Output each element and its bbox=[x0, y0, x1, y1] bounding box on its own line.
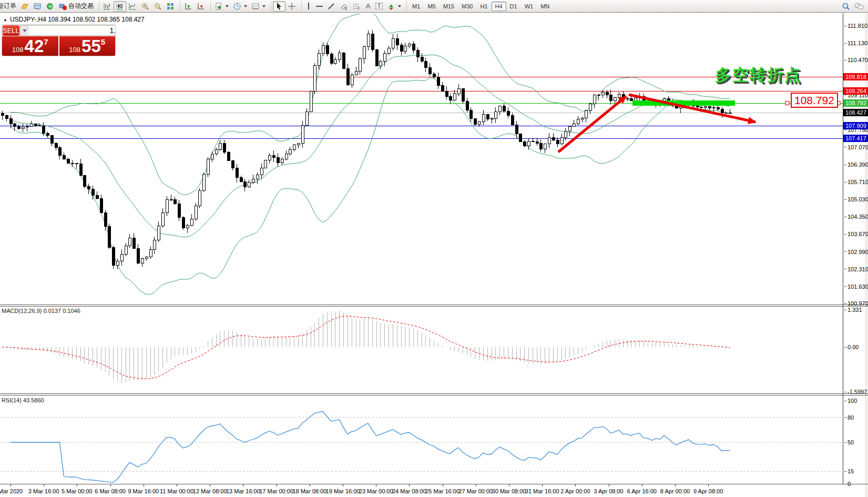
bar-chart-button[interactable] bbox=[101, 1, 114, 12]
candlestick-chart-icon bbox=[116, 2, 124, 11]
time-axis-tick bbox=[110, 484, 111, 486]
timeframe-button-M5[interactable]: M5 bbox=[424, 2, 439, 11]
periods-button[interactable] bbox=[231, 1, 249, 12]
text-button[interactable]: A bbox=[363, 1, 373, 12]
signals-button[interactable] bbox=[44, 1, 56, 12]
volume-input[interactable] bbox=[29, 26, 116, 35]
price-level-tag: 108.792 bbox=[843, 99, 868, 107]
time-axis-label: 30 Mar 08:00 bbox=[492, 488, 526, 494]
zoom-in-button[interactable] bbox=[139, 1, 151, 12]
bar-chart-icon bbox=[103, 2, 111, 11]
chart-macd-divider[interactable] bbox=[0, 306, 868, 307]
indicators-button[interactable] bbox=[212, 1, 231, 12]
navigator-button[interactable] bbox=[31, 1, 44, 12]
collapse-triangle-icon[interactable]: ▲ bbox=[3, 17, 7, 22]
market-watch-icon bbox=[21, 2, 29, 11]
time-axis-label: 3 Mar 16:00 bbox=[28, 488, 59, 494]
timeframe-button-MN[interactable]: MN bbox=[537, 2, 553, 11]
macd-rsi-divider[interactable] bbox=[0, 393, 868, 394]
time-axis-tick bbox=[77, 484, 77, 486]
navigator-icon bbox=[33, 2, 42, 11]
timeframe-button-M1[interactable]: M1 bbox=[409, 2, 424, 11]
templates-button[interactable] bbox=[249, 1, 268, 12]
indicator-axis-tick: 15 bbox=[844, 468, 854, 474]
timeframe-button-H1[interactable]: H1 bbox=[476, 2, 491, 11]
time-axis-label: 31 Mar 16:00 bbox=[525, 488, 559, 494]
fibonacci-button[interactable]: F bbox=[350, 1, 363, 12]
time-axis-label: 9 Apr 08:00 bbox=[693, 488, 723, 494]
chat-button[interactable] bbox=[852, 1, 866, 12]
buy-price-prefix: 108 bbox=[69, 46, 80, 54]
indicator-axis-tick: 80 bbox=[844, 414, 854, 421]
chat-icon bbox=[854, 2, 864, 11]
indicator-axis-tick: 0 bbox=[844, 481, 851, 487]
time-axis-label: 13 Mar 16:00 bbox=[226, 488, 260, 494]
chart-shift-button[interactable] bbox=[195, 1, 207, 12]
svg-text:F: F bbox=[358, 7, 360, 11]
indicator-axis-tick: 1.331 bbox=[844, 307, 862, 313]
indicator-axis-tick: 50 bbox=[844, 439, 854, 445]
market-watch-button[interactable] bbox=[18, 1, 31, 12]
time-axis-label: 12 Mar 08:00 bbox=[193, 488, 227, 494]
trendline-icon bbox=[327, 2, 335, 11]
timeframe-button-M15[interactable]: M15 bbox=[440, 2, 458, 11]
time-axis-label: 6 Mar 08:00 bbox=[95, 488, 126, 494]
candlestick-chart-button[interactable] bbox=[114, 1, 126, 12]
search-icon bbox=[842, 2, 850, 11]
sell-price[interactable]: 108 42 7 bbox=[2, 36, 58, 56]
time-axis-label: 9 Mar 16:00 bbox=[128, 488, 159, 494]
vertical-line-button[interactable] bbox=[303, 1, 314, 12]
time-axis-tick bbox=[575, 484, 576, 486]
zoom-out-button[interactable] bbox=[151, 1, 164, 12]
time-axis-tick bbox=[11, 484, 11, 486]
equidistant-channel-button[interactable]: E bbox=[338, 1, 350, 12]
text-label-button[interactable]: T bbox=[373, 1, 385, 12]
chart-macd-divider[interactable] bbox=[0, 305, 868, 305]
time-axis-tick bbox=[177, 484, 177, 486]
symbol-info: ▲ USDJPY-,H4 108.394 108.502 108.365 108… bbox=[3, 16, 145, 23]
triangle-down-icon bbox=[23, 29, 27, 32]
toolbar-separator bbox=[207, 2, 211, 11]
macd-rsi-divider[interactable] bbox=[0, 395, 868, 395]
cursor-button[interactable] bbox=[273, 1, 285, 12]
tile-windows-button[interactable] bbox=[164, 1, 177, 12]
timeframe-button-W1[interactable]: W1 bbox=[521, 2, 537, 11]
cursor-icon bbox=[275, 2, 283, 11]
line-chart-button[interactable] bbox=[126, 1, 139, 12]
svg-text:E: E bbox=[345, 7, 348, 11]
autotrading-button[interactable]: 自动交易 bbox=[56, 1, 96, 12]
price-axis[interactable]: 111.810111.130110.470109.110107.750107.0… bbox=[843, 13, 867, 484]
sell-button[interactable]: SELL bbox=[3, 25, 19, 36]
text-icon: A bbox=[366, 2, 371, 10]
buy-price[interactable]: 108 55 5 bbox=[59, 36, 116, 56]
horizontal-line-button[interactable] bbox=[314, 1, 325, 12]
time-axis-tick bbox=[310, 484, 310, 486]
price-level-tag: 108.427 bbox=[843, 109, 868, 116]
time-axis-label: 17 Mar 00:00 bbox=[259, 488, 293, 494]
time-axis[interactable]: Mar 20203 Mar 16:005 Mar 00:006 Mar 08:0… bbox=[0, 484, 843, 497]
arrows-button[interactable] bbox=[385, 1, 403, 12]
tile-windows-icon bbox=[166, 2, 175, 11]
timeframe-button-M30[interactable]: M30 bbox=[458, 2, 476, 11]
indicator-axis-tick: -1.5997 bbox=[844, 389, 867, 395]
search-button[interactable] bbox=[840, 1, 852, 12]
rsi-indicator-label: RSI(14) 43.5860 bbox=[2, 397, 44, 403]
timeframe-button-D1[interactable]: D1 bbox=[506, 2, 521, 11]
time-axis-label: 3 Apr 08:00 bbox=[594, 488, 623, 494]
price-axis-tick: 103.670 bbox=[844, 231, 868, 237]
time-axis-tick bbox=[542, 484, 543, 486]
time-axis-tick bbox=[509, 484, 509, 486]
time-axis-label: 5 Mar 00:00 bbox=[62, 488, 93, 494]
timeframe-button-H4[interactable]: H4 bbox=[492, 2, 506, 11]
volume-stepper bbox=[20, 25, 116, 36]
time-axis-tick bbox=[243, 484, 243, 486]
new-order-button[interactable]: 新订单 bbox=[0, 1, 18, 12]
trendline-button[interactable] bbox=[325, 1, 338, 12]
main-toolbar: 新订单 自动交易 bbox=[0, 0, 868, 13]
buy-price-sup: 5 bbox=[101, 37, 105, 46]
macd-plot bbox=[2, 311, 730, 382]
volume-decrease-button[interactable] bbox=[21, 26, 29, 35]
sell-price-big: 42 bbox=[25, 37, 44, 55]
crosshair-button[interactable] bbox=[285, 1, 298, 12]
auto-scroll-button[interactable] bbox=[182, 1, 195, 12]
